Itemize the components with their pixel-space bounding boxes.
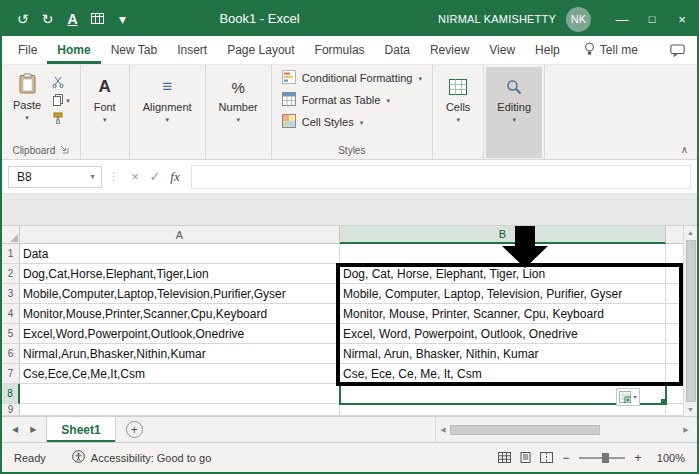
titlebar-right: NIRMAL KAMISHETTY NK — □ × [438,2,697,36]
row-header-6[interactable]: 6 [2,344,20,364]
name-box-value: B8 [9,170,32,184]
table-icon[interactable] [85,2,110,36]
cell-B5[interactable]: Excel, Word, Powerpoint, Outlook, Onedri… [340,324,666,344]
editing-group-button[interactable]: Editing ▾ [486,67,542,158]
row-header-8[interactable]: 8 [2,384,20,404]
row-header-5[interactable]: 5 [2,324,20,344]
cell-A5[interactable]: Excel,Word,Powerpoint,Outlook,Onedrive [20,324,340,344]
alignment-group-button[interactable]: ≡ Alignment ▾ [132,67,203,158]
minimize-button[interactable]: — [607,2,637,36]
cell-B7[interactable]: Cse, Ece, Ce, Me, It, Csm [340,364,666,384]
format-as-table-label: Format as Table [302,94,381,106]
enter-icon[interactable]: ✓ [145,169,165,184]
vertical-scrollbar[interactable]: ▲ ▼ [683,226,697,416]
cut-button[interactable] [52,76,70,88]
new-sheet-button[interactable]: + [126,421,143,438]
sheet-nav-right-icon[interactable]: ▶ [30,425,36,434]
tab-help[interactable]: Help [525,36,570,64]
view-page-break-button[interactable] [540,452,553,463]
tab-home[interactable]: Home [47,36,100,64]
paste-button[interactable]: Paste ▾ [4,67,50,144]
cell-B6[interactable]: Nirmal, Arun, Bhasker, Nithin, Kumar [340,344,666,364]
tab-review[interactable]: Review [420,36,479,64]
name-box-dropdown-icon[interactable]: ▾ [84,167,101,187]
cell-A7[interactable]: Cse,Ece,Ce,Me,It,Csm [20,364,340,384]
cell-A4[interactable]: Monitor,Mouse,Printer,Scanner,Cpu,Keyboa… [20,304,340,324]
sheet-nav-left-icon[interactable]: ◀ [12,425,18,434]
copy-dropdown-icon: ▾ [66,97,70,104]
clipboard-group-label: Clipboard [12,145,55,156]
row-header-4[interactable]: 4 [2,304,20,324]
zoom-level[interactable]: 100% [651,452,685,464]
insert-function-icon[interactable]: fx [165,169,185,185]
row-header-1[interactable]: 1 [2,244,20,264]
font-group-button[interactable]: A Font ▾ [83,67,127,158]
cells-icon [449,76,467,98]
cell-A6[interactable]: Nirmal,Arun,Bhasker,Nithin,Kumar [20,344,340,364]
cell-A9[interactable] [20,404,340,416]
number-group: % Number ▾ [206,65,272,159]
collapse-ribbon-icon[interactable]: ∧ [681,144,688,155]
cell-B4[interactable]: Monitor, Mouse, Printer, Scanner, Cpu, K… [340,304,666,324]
cells-group-button[interactable]: Cells ▾ [435,67,481,158]
conditional-formatting-button[interactable]: Conditional Formatting ▾ [278,67,426,89]
column-header-B[interactable]: B [340,226,666,244]
zoom-slider[interactable] [579,457,625,459]
tab-new-tab[interactable]: New Tab [101,36,167,64]
maximize-button[interactable]: □ [637,2,667,36]
horizontal-scrollbar-thumb[interactable] [450,425,600,435]
name-box[interactable]: B8 ▾ [8,166,102,188]
account-name[interactable]: NIRMAL KAMISHETTY [438,13,556,25]
undo-icon[interactable]: ↺ [10,2,35,36]
number-group-button[interactable]: % Number ▾ [208,67,269,158]
format-painter-button[interactable] [52,112,70,124]
cancel-icon[interactable]: × [125,169,145,184]
close-button[interactable]: × [667,2,697,36]
scroll-left-icon[interactable]: ◀ [436,426,450,434]
cell-A3[interactable]: Mobile,Computer,Laptop,Television,Purifi… [20,284,340,304]
select-all-corner[interactable] [2,226,20,244]
fill-options-button[interactable]: ▾ [616,388,640,406]
redo-icon[interactable]: ↻ [35,2,60,36]
cell-B3[interactable]: Mobile, Computer, Laptop, Television, Pu… [340,284,666,304]
cell-A2[interactable]: Dog,Cat,Horse,Elephant,Tiger,Lion [20,264,340,284]
row-header-2[interactable]: 2 [2,264,20,284]
column-header-A[interactable]: A [20,226,340,244]
conditional-formatting-dropdown-icon: ▾ [418,75,422,82]
cell-B1[interactable] [340,244,666,264]
avatar[interactable]: NK [566,7,591,32]
underline-icon[interactable]: A [60,2,85,36]
format-as-table-button[interactable]: Format as Table ▾ [278,89,426,111]
qat-customize-icon[interactable]: ▾ [110,2,135,36]
tell-me[interactable]: Tell me [584,36,638,64]
tab-formulas[interactable]: Formulas [305,36,375,64]
scroll-up-icon[interactable]: ▲ [687,226,694,239]
zoom-slider-thumb[interactable] [602,453,609,463]
accessibility-status[interactable]: Accessibility: Good to go [72,450,211,465]
view-normal-button[interactable] [498,452,511,463]
tab-page-layout[interactable]: Page Layout [217,36,304,64]
tab-view[interactable]: View [479,36,525,64]
comment-icon[interactable] [670,44,685,57]
vertical-scrollbar-thumb[interactable] [686,240,696,402]
cell-A1[interactable]: Data [20,244,340,264]
copy-button[interactable]: ▾ [52,94,70,106]
zoom-in-button[interactable]: + [633,451,643,465]
row-header-3[interactable]: 3 [2,284,20,304]
tab-file[interactable]: File [8,36,47,64]
formula-input[interactable] [191,165,691,189]
cell-styles-button[interactable]: Cell Styles ▾ [278,111,426,133]
scroll-down-icon[interactable]: ▼ [687,403,694,416]
cell-B2[interactable]: Dog, Cat, Horse, Elephant, Tiger, Lion [340,264,666,284]
zoom-out-button[interactable]: − [561,451,571,465]
view-page-layout-button[interactable] [519,452,532,463]
row-header-9[interactable]: 9 [2,404,20,416]
sheet-tab-sheet1[interactable]: Sheet1 [46,417,115,442]
tab-data[interactable]: Data [375,36,420,64]
cell-A8[interactable] [20,384,340,404]
tab-insert[interactable]: Insert [167,36,217,64]
clipboard-dialog-launcher-icon[interactable] [59,144,69,156]
row-header-7[interactable]: 7 [2,364,20,384]
scroll-right-icon[interactable]: ▶ [679,426,693,434]
horizontal-scrollbar[interactable]: ◀ ▶ [435,417,693,442]
